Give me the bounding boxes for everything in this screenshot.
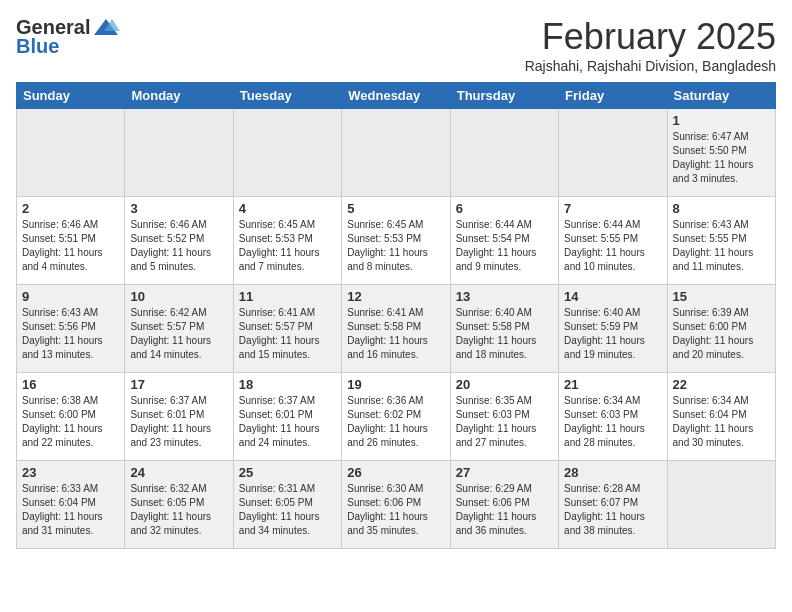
day-number: 6 — [456, 201, 553, 216]
location: Rajshahi, Rajshahi Division, Bangladesh — [525, 58, 776, 74]
day-number: 8 — [673, 201, 770, 216]
day-number: 28 — [564, 465, 661, 480]
calendar-week-4: 16Sunrise: 6:38 AM Sunset: 6:00 PM Dayli… — [17, 373, 776, 461]
calendar-cell: 19Sunrise: 6:36 AM Sunset: 6:02 PM Dayli… — [342, 373, 450, 461]
day-info: Sunrise: 6:36 AM Sunset: 6:02 PM Dayligh… — [347, 394, 444, 450]
day-number: 24 — [130, 465, 227, 480]
title-block: February 2025 Rajshahi, Rajshahi Divisio… — [525, 16, 776, 74]
calendar-cell: 27Sunrise: 6:29 AM Sunset: 6:06 PM Dayli… — [450, 461, 558, 549]
day-info: Sunrise: 6:46 AM Sunset: 5:52 PM Dayligh… — [130, 218, 227, 274]
day-number: 12 — [347, 289, 444, 304]
day-number: 25 — [239, 465, 336, 480]
calendar-week-2: 2Sunrise: 6:46 AM Sunset: 5:51 PM Daylig… — [17, 197, 776, 285]
calendar-cell: 23Sunrise: 6:33 AM Sunset: 6:04 PM Dayli… — [17, 461, 125, 549]
day-info: Sunrise: 6:47 AM Sunset: 5:50 PM Dayligh… — [673, 130, 770, 186]
calendar-cell: 11Sunrise: 6:41 AM Sunset: 5:57 PM Dayli… — [233, 285, 341, 373]
day-number: 1 — [673, 113, 770, 128]
calendar-cell — [342, 109, 450, 197]
calendar: SundayMondayTuesdayWednesdayThursdayFrid… — [16, 82, 776, 549]
calendar-cell: 5Sunrise: 6:45 AM Sunset: 5:53 PM Daylig… — [342, 197, 450, 285]
day-number: 26 — [347, 465, 444, 480]
calendar-cell: 1Sunrise: 6:47 AM Sunset: 5:50 PM Daylig… — [667, 109, 775, 197]
day-number: 21 — [564, 377, 661, 392]
calendar-cell: 10Sunrise: 6:42 AM Sunset: 5:57 PM Dayli… — [125, 285, 233, 373]
calendar-cell: 3Sunrise: 6:46 AM Sunset: 5:52 PM Daylig… — [125, 197, 233, 285]
day-info: Sunrise: 6:43 AM Sunset: 5:55 PM Dayligh… — [673, 218, 770, 274]
calendar-cell: 21Sunrise: 6:34 AM Sunset: 6:03 PM Dayli… — [559, 373, 667, 461]
day-number: 4 — [239, 201, 336, 216]
day-number: 2 — [22, 201, 119, 216]
calendar-cell: 24Sunrise: 6:32 AM Sunset: 6:05 PM Dayli… — [125, 461, 233, 549]
day-info: Sunrise: 6:38 AM Sunset: 6:00 PM Dayligh… — [22, 394, 119, 450]
calendar-cell: 12Sunrise: 6:41 AM Sunset: 5:58 PM Dayli… — [342, 285, 450, 373]
day-info: Sunrise: 6:41 AM Sunset: 5:57 PM Dayligh… — [239, 306, 336, 362]
day-info: Sunrise: 6:41 AM Sunset: 5:58 PM Dayligh… — [347, 306, 444, 362]
calendar-cell — [233, 109, 341, 197]
calendar-cell: 25Sunrise: 6:31 AM Sunset: 6:05 PM Dayli… — [233, 461, 341, 549]
calendar-cell: 13Sunrise: 6:40 AM Sunset: 5:58 PM Dayli… — [450, 285, 558, 373]
calendar-cell: 8Sunrise: 6:43 AM Sunset: 5:55 PM Daylig… — [667, 197, 775, 285]
day-info: Sunrise: 6:35 AM Sunset: 6:03 PM Dayligh… — [456, 394, 553, 450]
day-info: Sunrise: 6:37 AM Sunset: 6:01 PM Dayligh… — [130, 394, 227, 450]
day-number: 15 — [673, 289, 770, 304]
day-info: Sunrise: 6:43 AM Sunset: 5:56 PM Dayligh… — [22, 306, 119, 362]
day-info: Sunrise: 6:44 AM Sunset: 5:54 PM Dayligh… — [456, 218, 553, 274]
calendar-cell: 2Sunrise: 6:46 AM Sunset: 5:51 PM Daylig… — [17, 197, 125, 285]
calendar-week-3: 9Sunrise: 6:43 AM Sunset: 5:56 PM Daylig… — [17, 285, 776, 373]
day-number: 10 — [130, 289, 227, 304]
calendar-cell — [559, 109, 667, 197]
weekday-header-monday: Monday — [125, 83, 233, 109]
logo-blue-text: Blue — [16, 35, 59, 58]
day-number: 13 — [456, 289, 553, 304]
day-info: Sunrise: 6:46 AM Sunset: 5:51 PM Dayligh… — [22, 218, 119, 274]
weekday-header-thursday: Thursday — [450, 83, 558, 109]
day-number: 19 — [347, 377, 444, 392]
weekday-header-saturday: Saturday — [667, 83, 775, 109]
day-info: Sunrise: 6:37 AM Sunset: 6:01 PM Dayligh… — [239, 394, 336, 450]
day-number: 3 — [130, 201, 227, 216]
calendar-cell — [17, 109, 125, 197]
day-info: Sunrise: 6:33 AM Sunset: 6:04 PM Dayligh… — [22, 482, 119, 538]
day-info: Sunrise: 6:40 AM Sunset: 5:58 PM Dayligh… — [456, 306, 553, 362]
day-info: Sunrise: 6:42 AM Sunset: 5:57 PM Dayligh… — [130, 306, 227, 362]
calendar-cell: 4Sunrise: 6:45 AM Sunset: 5:53 PM Daylig… — [233, 197, 341, 285]
weekday-header-friday: Friday — [559, 83, 667, 109]
month-title: February 2025 — [525, 16, 776, 58]
weekday-header-row: SundayMondayTuesdayWednesdayThursdayFrid… — [17, 83, 776, 109]
weekday-header-wednesday: Wednesday — [342, 83, 450, 109]
weekday-header-sunday: Sunday — [17, 83, 125, 109]
calendar-cell — [125, 109, 233, 197]
day-info: Sunrise: 6:45 AM Sunset: 5:53 PM Dayligh… — [347, 218, 444, 274]
calendar-cell: 18Sunrise: 6:37 AM Sunset: 6:01 PM Dayli… — [233, 373, 341, 461]
day-info: Sunrise: 6:44 AM Sunset: 5:55 PM Dayligh… — [564, 218, 661, 274]
calendar-cell: 16Sunrise: 6:38 AM Sunset: 6:00 PM Dayli… — [17, 373, 125, 461]
day-info: Sunrise: 6:45 AM Sunset: 5:53 PM Dayligh… — [239, 218, 336, 274]
logo-icon — [92, 17, 120, 39]
calendar-cell: 20Sunrise: 6:35 AM Sunset: 6:03 PM Dayli… — [450, 373, 558, 461]
calendar-cell: 14Sunrise: 6:40 AM Sunset: 5:59 PM Dayli… — [559, 285, 667, 373]
calendar-cell: 15Sunrise: 6:39 AM Sunset: 6:00 PM Dayli… — [667, 285, 775, 373]
day-number: 23 — [22, 465, 119, 480]
day-number: 27 — [456, 465, 553, 480]
calendar-cell: 9Sunrise: 6:43 AM Sunset: 5:56 PM Daylig… — [17, 285, 125, 373]
weekday-header-tuesday: Tuesday — [233, 83, 341, 109]
day-info: Sunrise: 6:32 AM Sunset: 6:05 PM Dayligh… — [130, 482, 227, 538]
calendar-cell — [450, 109, 558, 197]
logo: General Blue — [16, 16, 120, 58]
day-info: Sunrise: 6:28 AM Sunset: 6:07 PM Dayligh… — [564, 482, 661, 538]
page-header: General Blue February 2025 Rajshahi, Raj… — [16, 16, 776, 74]
calendar-cell: 17Sunrise: 6:37 AM Sunset: 6:01 PM Dayli… — [125, 373, 233, 461]
day-info: Sunrise: 6:39 AM Sunset: 6:00 PM Dayligh… — [673, 306, 770, 362]
day-number: 5 — [347, 201, 444, 216]
day-number: 18 — [239, 377, 336, 392]
day-number: 14 — [564, 289, 661, 304]
day-info: Sunrise: 6:40 AM Sunset: 5:59 PM Dayligh… — [564, 306, 661, 362]
day-number: 16 — [22, 377, 119, 392]
day-info: Sunrise: 6:30 AM Sunset: 6:06 PM Dayligh… — [347, 482, 444, 538]
day-number: 20 — [456, 377, 553, 392]
day-number: 17 — [130, 377, 227, 392]
calendar-week-1: 1Sunrise: 6:47 AM Sunset: 5:50 PM Daylig… — [17, 109, 776, 197]
calendar-cell — [667, 461, 775, 549]
calendar-cell: 22Sunrise: 6:34 AM Sunset: 6:04 PM Dayli… — [667, 373, 775, 461]
calendar-cell: 28Sunrise: 6:28 AM Sunset: 6:07 PM Dayli… — [559, 461, 667, 549]
